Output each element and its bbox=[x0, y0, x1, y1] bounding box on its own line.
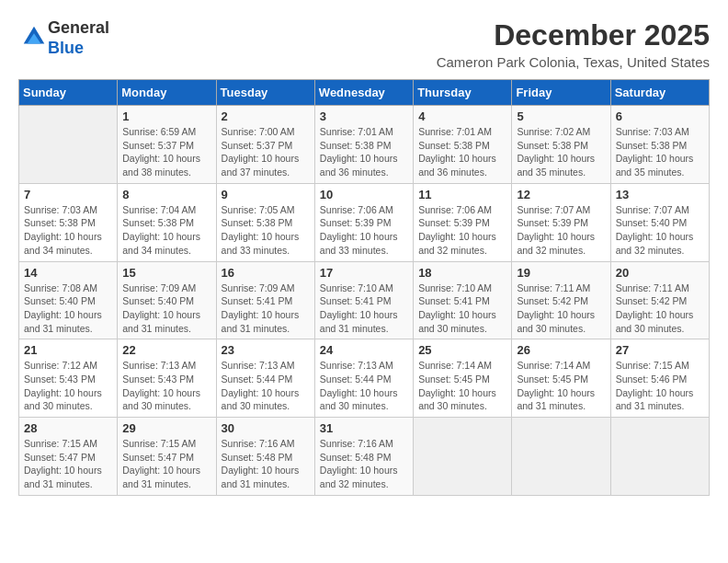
day-number: 28 bbox=[24, 421, 112, 435]
day-info: Sunrise: 7:09 AM Sunset: 5:41 PM Dayligh… bbox=[222, 282, 310, 336]
calendar-cell: 30Sunrise: 7:16 AM Sunset: 5:48 PM Dayli… bbox=[216, 418, 314, 496]
weekday-header: Thursday bbox=[414, 80, 512, 106]
calendar-cell: 1Sunrise: 6:59 AM Sunset: 5:37 PM Daylig… bbox=[118, 106, 216, 184]
day-number: 22 bbox=[122, 343, 210, 357]
day-info: Sunrise: 7:04 AM Sunset: 5:38 PM Dayligh… bbox=[122, 203, 210, 258]
day-number: 5 bbox=[517, 109, 605, 123]
calendar-week-row: 21Sunrise: 7:12 AM Sunset: 5:43 PM Dayli… bbox=[19, 339, 710, 418]
weekday-header: Saturday bbox=[610, 80, 709, 106]
day-info: Sunrise: 7:03 AM Sunset: 5:38 PM Dayligh… bbox=[616, 125, 704, 179]
day-info: Sunrise: 7:07 AM Sunset: 5:40 PM Dayligh… bbox=[616, 203, 704, 258]
calendar-cell: 11Sunrise: 7:06 AM Sunset: 5:39 PM Dayli… bbox=[414, 183, 512, 261]
day-info: Sunrise: 7:01 AM Sunset: 5:38 PM Dayligh… bbox=[320, 125, 408, 179]
calendar-cell: 27Sunrise: 7:15 AM Sunset: 5:46 PM Dayli… bbox=[610, 339, 709, 418]
title-block: December 2025 Cameron Park Colonia, Texa… bbox=[437, 18, 710, 70]
calendar-cell: 7Sunrise: 7:03 AM Sunset: 5:38 PM Daylig… bbox=[19, 183, 118, 261]
calendar-week-row: 28Sunrise: 7:15 AM Sunset: 5:47 PM Dayli… bbox=[19, 418, 710, 496]
logo-text: General Blue bbox=[48, 18, 109, 58]
day-info: Sunrise: 7:13 AM Sunset: 5:44 PM Dayligh… bbox=[222, 359, 310, 413]
day-info: Sunrise: 7:15 AM Sunset: 5:47 PM Dayligh… bbox=[24, 437, 112, 491]
day-number: 19 bbox=[517, 266, 605, 280]
day-info: Sunrise: 7:05 AM Sunset: 5:38 PM Dayligh… bbox=[222, 203, 310, 258]
day-info: Sunrise: 7:13 AM Sunset: 5:44 PM Dayligh… bbox=[320, 359, 408, 413]
day-info: Sunrise: 7:12 AM Sunset: 5:43 PM Dayligh… bbox=[24, 359, 112, 413]
day-info: Sunrise: 7:09 AM Sunset: 5:40 PM Dayligh… bbox=[122, 282, 210, 336]
calendar-cell: 26Sunrise: 7:14 AM Sunset: 5:45 PM Dayli… bbox=[512, 339, 610, 418]
day-info: Sunrise: 7:03 AM Sunset: 5:38 PM Dayligh… bbox=[24, 203, 112, 258]
calendar-cell: 6Sunrise: 7:03 AM Sunset: 5:38 PM Daylig… bbox=[610, 106, 709, 184]
calendar-cell: 9Sunrise: 7:05 AM Sunset: 5:38 PM Daylig… bbox=[216, 183, 314, 261]
calendar-cell: 10Sunrise: 7:06 AM Sunset: 5:39 PM Dayli… bbox=[314, 183, 413, 261]
day-info: Sunrise: 7:11 AM Sunset: 5:42 PM Dayligh… bbox=[616, 282, 704, 336]
weekday-header: Monday bbox=[118, 80, 216, 106]
day-number: 3 bbox=[320, 109, 408, 123]
calendar-cell: 29Sunrise: 7:15 AM Sunset: 5:47 PM Dayli… bbox=[118, 418, 216, 496]
calendar-cell bbox=[512, 418, 610, 496]
logo-icon bbox=[20, 23, 48, 51]
day-info: Sunrise: 7:07 AM Sunset: 5:39 PM Dayligh… bbox=[517, 203, 605, 258]
day-info: Sunrise: 7:15 AM Sunset: 5:46 PM Dayligh… bbox=[616, 359, 704, 413]
calendar-cell: 4Sunrise: 7:01 AM Sunset: 5:38 PM Daylig… bbox=[414, 106, 512, 184]
weekday-header: Wednesday bbox=[314, 80, 413, 106]
day-number: 2 bbox=[222, 109, 310, 123]
day-info: Sunrise: 7:00 AM Sunset: 5:37 PM Dayligh… bbox=[222, 125, 310, 179]
day-number: 6 bbox=[616, 109, 704, 123]
calendar-cell: 25Sunrise: 7:14 AM Sunset: 5:45 PM Dayli… bbox=[414, 339, 512, 418]
day-number: 21 bbox=[24, 343, 112, 357]
calendar-cell: 17Sunrise: 7:10 AM Sunset: 5:41 PM Dayli… bbox=[314, 261, 413, 339]
day-number: 29 bbox=[122, 421, 210, 435]
day-number: 20 bbox=[616, 266, 704, 280]
day-info: Sunrise: 7:13 AM Sunset: 5:43 PM Dayligh… bbox=[122, 359, 210, 413]
calendar-cell: 15Sunrise: 7:09 AM Sunset: 5:40 PM Dayli… bbox=[118, 261, 216, 339]
calendar-cell: 12Sunrise: 7:07 AM Sunset: 5:39 PM Dayli… bbox=[512, 183, 610, 261]
day-number: 9 bbox=[222, 188, 310, 201]
calendar-cell: 2Sunrise: 7:00 AM Sunset: 5:37 PM Daylig… bbox=[216, 106, 314, 184]
calendar-body: 1Sunrise: 6:59 AM Sunset: 5:37 PM Daylig… bbox=[19, 106, 710, 496]
day-number: 13 bbox=[616, 188, 704, 201]
weekday-header: Friday bbox=[512, 80, 610, 106]
day-info: Sunrise: 7:08 AM Sunset: 5:40 PM Dayligh… bbox=[24, 282, 112, 336]
day-number: 15 bbox=[122, 266, 210, 280]
weekday-header: Sunday bbox=[19, 80, 118, 106]
calendar-week-row: 1Sunrise: 6:59 AM Sunset: 5:37 PM Daylig… bbox=[19, 106, 710, 184]
day-info: Sunrise: 7:14 AM Sunset: 5:45 PM Dayligh… bbox=[418, 359, 506, 413]
day-info: Sunrise: 7:14 AM Sunset: 5:45 PM Dayligh… bbox=[517, 359, 605, 413]
calendar-cell: 22Sunrise: 7:13 AM Sunset: 5:43 PM Dayli… bbox=[118, 339, 216, 418]
day-number: 8 bbox=[122, 188, 210, 201]
day-number: 17 bbox=[320, 266, 408, 280]
calendar-title: December 2025 bbox=[437, 18, 710, 52]
calendar-cell: 13Sunrise: 7:07 AM Sunset: 5:40 PM Dayli… bbox=[610, 183, 709, 261]
day-number: 26 bbox=[517, 343, 605, 357]
day-info: Sunrise: 6:59 AM Sunset: 5:37 PM Dayligh… bbox=[122, 125, 210, 179]
day-number: 30 bbox=[222, 421, 310, 435]
day-number: 27 bbox=[616, 343, 704, 357]
calendar-cell: 24Sunrise: 7:13 AM Sunset: 5:44 PM Dayli… bbox=[314, 339, 413, 418]
day-info: Sunrise: 7:15 AM Sunset: 5:47 PM Dayligh… bbox=[122, 437, 210, 491]
logo-general: General bbox=[48, 18, 109, 37]
day-number: 23 bbox=[222, 343, 310, 357]
calendar-cell: 21Sunrise: 7:12 AM Sunset: 5:43 PM Dayli… bbox=[19, 339, 118, 418]
day-number: 11 bbox=[418, 188, 506, 201]
day-number: 16 bbox=[222, 266, 310, 280]
day-info: Sunrise: 7:02 AM Sunset: 5:38 PM Dayligh… bbox=[517, 125, 605, 179]
day-number: 31 bbox=[320, 421, 408, 435]
calendar-cell: 19Sunrise: 7:11 AM Sunset: 5:42 PM Dayli… bbox=[512, 261, 610, 339]
day-number: 10 bbox=[320, 188, 408, 201]
calendar-cell: 14Sunrise: 7:08 AM Sunset: 5:40 PM Dayli… bbox=[19, 261, 118, 339]
calendar-cell bbox=[414, 418, 512, 496]
day-info: Sunrise: 7:10 AM Sunset: 5:41 PM Dayligh… bbox=[418, 282, 506, 336]
day-info: Sunrise: 7:01 AM Sunset: 5:38 PM Dayligh… bbox=[418, 125, 506, 179]
logo-blue: Blue bbox=[48, 39, 84, 57]
calendar-cell: 28Sunrise: 7:15 AM Sunset: 5:47 PM Dayli… bbox=[19, 418, 118, 496]
calendar-week-row: 7Sunrise: 7:03 AM Sunset: 5:38 PM Daylig… bbox=[19, 183, 710, 261]
day-number: 14 bbox=[24, 266, 112, 280]
day-number: 12 bbox=[517, 188, 605, 201]
day-number: 25 bbox=[418, 343, 506, 357]
calendar-cell: 3Sunrise: 7:01 AM Sunset: 5:38 PM Daylig… bbox=[314, 106, 413, 184]
calendar-cell: 20Sunrise: 7:11 AM Sunset: 5:42 PM Dayli… bbox=[610, 261, 709, 339]
logo: General Blue bbox=[18, 18, 109, 58]
day-number: 7 bbox=[24, 188, 112, 201]
day-info: Sunrise: 7:11 AM Sunset: 5:42 PM Dayligh… bbox=[517, 282, 605, 336]
weekday-header-row: SundayMondayTuesdayWednesdayThursdayFrid… bbox=[19, 80, 710, 106]
day-info: Sunrise: 7:10 AM Sunset: 5:41 PM Dayligh… bbox=[320, 282, 408, 336]
